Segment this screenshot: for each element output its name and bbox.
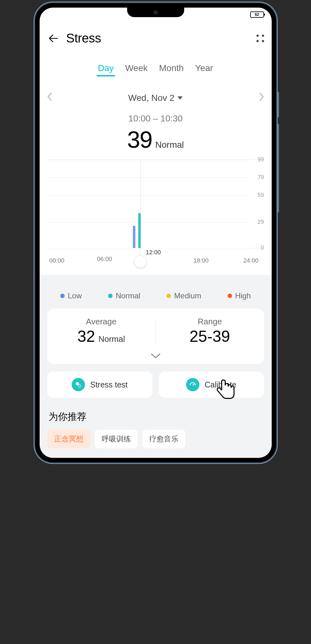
action-row: Stress test Calibrate — [47, 372, 264, 398]
chart-bar — [133, 226, 135, 248]
stat-title: Range — [156, 317, 264, 327]
stress-test-label: Stress test — [90, 380, 127, 389]
y-tick: 99 — [257, 156, 264, 163]
svg-point-0 — [76, 382, 79, 385]
calibrate-label: Calibrate — [204, 380, 236, 389]
stress-chart[interactable]: 99 79 59 29 0 00:00 06:00 12:00 18:00 24… — [40, 153, 272, 275]
stat-value: 32 — [77, 328, 95, 345]
calibrate-icon — [186, 378, 199, 391]
y-tick: 79 — [257, 174, 264, 181]
stat-average: Average 32 Normal — [47, 317, 156, 346]
x-tick: 24:00 — [243, 257, 259, 264]
dot-icon — [108, 294, 113, 298]
date-text: Wed, Nov 2 — [128, 93, 175, 103]
stat-title: Average — [47, 317, 156, 327]
x-tick: 18:00 — [193, 257, 209, 264]
notch — [127, 8, 184, 17]
dot-icon — [228, 294, 232, 298]
time-range: 10:00 – 10:30 — [40, 114, 272, 124]
x-tick: 00:00 — [49, 257, 64, 264]
date-nav: Wed, Nov 2 — [40, 80, 272, 105]
stat-status: Normal — [98, 334, 125, 344]
next-day-icon[interactable] — [256, 90, 267, 105]
legend-high: High — [228, 291, 251, 300]
x-tick-selected: 12:00 — [146, 249, 161, 256]
chip-healing-music[interactable]: 疗愈音乐 — [142, 430, 185, 448]
x-axis: 00:00 06:00 12:00 18:00 24:00 — [47, 250, 264, 275]
battery-level: 62 — [255, 12, 259, 17]
period-tabs: Day Week Month Year — [40, 55, 272, 80]
tab-year[interactable]: Year — [194, 61, 215, 76]
stress-test-button[interactable]: Stress test — [47, 372, 152, 398]
chip-breathing[interactable]: 呼吸训练 — [95, 430, 138, 448]
prev-day-icon[interactable] — [45, 90, 55, 105]
reading-status: Normal — [155, 140, 184, 150]
recommend-chips: 正念冥想 呼吸训练 疗愈音乐 — [47, 430, 264, 448]
stress-test-icon — [72, 378, 85, 391]
svg-point-1 — [78, 385, 81, 387]
tab-week[interactable]: Week — [124, 61, 149, 76]
x-tick: 06:00 — [97, 256, 112, 263]
stats-card: Average 32 Normal Range 25-39 — [47, 309, 264, 364]
calibrate-button[interactable]: Calibrate — [159, 372, 264, 398]
date-selector[interactable]: Wed, Nov 2 — [128, 93, 183, 103]
y-tick: 59 — [257, 192, 264, 198]
caret-down-icon — [178, 96, 183, 100]
dot-icon — [60, 294, 65, 298]
phone-frame: 62 Stress Day Week Month Year Wed, Nov 2 — [35, 3, 276, 462]
legend-normal: Normal — [108, 291, 140, 300]
bottom-section: Low Normal Medium High Aver — [40, 275, 272, 458]
stat-range: Range 25-39 — [156, 317, 264, 346]
header: Stress — [40, 20, 272, 55]
menu-icon[interactable] — [256, 35, 264, 42]
chart-slider-thumb[interactable] — [134, 255, 147, 268]
tab-month[interactable]: Month — [158, 61, 185, 76]
chart-bar — [138, 213, 141, 248]
back-icon[interactable] — [47, 32, 60, 45]
legend: Low Normal Medium High — [47, 291, 264, 300]
y-tick: 29 — [257, 219, 264, 225]
main-reading: 39 Normal — [40, 126, 272, 153]
stat-value: 25-39 — [190, 328, 230, 345]
reading-value: 39 — [127, 127, 152, 153]
battery-indicator: 62 — [250, 11, 264, 18]
expand-chevron-icon[interactable] — [47, 353, 264, 360]
screen: 62 Stress Day Week Month Year Wed, Nov 2 — [40, 8, 272, 458]
legend-medium: Medium — [166, 291, 201, 300]
dot-icon — [166, 294, 171, 298]
legend-low: Low — [60, 291, 82, 300]
tab-day[interactable]: Day — [97, 61, 115, 76]
recommend-title: 为你推荐 — [49, 410, 263, 423]
chip-mindfulness[interactable]: 正念冥想 — [47, 430, 90, 448]
page-title: Stress — [66, 31, 250, 45]
